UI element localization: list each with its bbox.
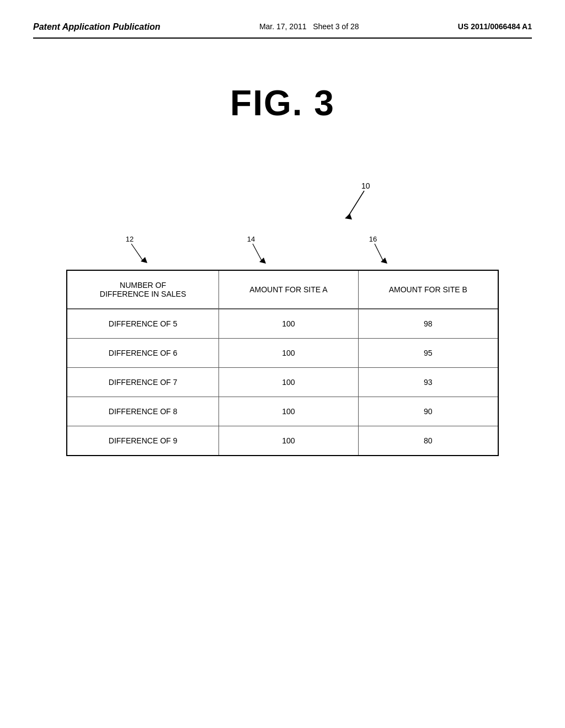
- page: Patent Application Publication Mar. 17, …: [0, 0, 565, 728]
- table-cell-1-1: 100: [219, 339, 358, 368]
- ref-16-label: 16: [369, 235, 377, 243]
- figure-title: FIG. 3: [33, 83, 532, 124]
- table-row: DIFFERENCE OF 810090: [67, 397, 498, 426]
- table-cell-3-1: 100: [219, 397, 358, 426]
- ref-14-label: 14: [247, 235, 255, 243]
- publication-label: Patent Application Publication: [33, 22, 161, 32]
- page-header: Patent Application Publication Mar. 17, …: [33, 22, 532, 39]
- table-cell-1-0: DIFFERENCE OF 6: [67, 339, 219, 368]
- col-header-3: AMOUNT FOR SITE B: [358, 271, 498, 309]
- svg-line-0: [348, 191, 364, 217]
- patent-number-label: US 2011/0066484 A1: [458, 22, 532, 31]
- data-table: NUMBER OFDIFFERENCE IN SALES AMOUNT FOR …: [66, 270, 499, 456]
- table-row: DIFFERENCE OF 710093: [67, 368, 498, 397]
- ref-12-label: 12: [126, 235, 134, 243]
- svg-marker-3: [141, 257, 147, 263]
- table-cell-0-2: 98: [358, 309, 498, 339]
- sheet-label: Sheet 3 of 28: [313, 22, 359, 31]
- svg-line-2: [131, 244, 143, 261]
- table-row: DIFFERENCE OF 610095: [67, 339, 498, 368]
- table-cell-2-2: 93: [358, 368, 498, 397]
- ref-10-label: 10: [361, 181, 370, 190]
- table-cell-2-0: DIFFERENCE OF 7: [67, 368, 219, 397]
- date-sheet-label: Mar. 17, 2011 Sheet 3 of 28: [259, 22, 359, 31]
- col-header-1: NUMBER OFDIFFERENCE IN SALES: [67, 271, 219, 309]
- svg-marker-1: [345, 213, 352, 220]
- table-cell-1-2: 95: [358, 339, 498, 368]
- date-label: Mar. 17, 2011: [259, 22, 307, 31]
- table-row: DIFFERENCE OF 910080: [67, 426, 498, 456]
- svg-line-4: [253, 244, 262, 261]
- table-cell-0-0: DIFFERENCE OF 5: [67, 309, 219, 339]
- svg-line-6: [375, 244, 383, 261]
- table-cell-3-2: 90: [358, 397, 498, 426]
- table-row: DIFFERENCE OF 510098: [67, 309, 498, 339]
- table-cell-0-1: 100: [219, 309, 358, 339]
- table-cell-3-0: DIFFERENCE OF 8: [67, 397, 219, 426]
- table-cell-2-1: 100: [219, 368, 358, 397]
- table-cell-4-1: 100: [219, 426, 358, 456]
- table-cell-4-2: 80: [358, 426, 498, 456]
- table-cell-4-0: DIFFERENCE OF 9: [67, 426, 219, 456]
- col-header-2: AMOUNT FOR SITE A: [219, 271, 358, 309]
- table-header-row: NUMBER OFDIFFERENCE IN SALES AMOUNT FOR …: [67, 271, 498, 309]
